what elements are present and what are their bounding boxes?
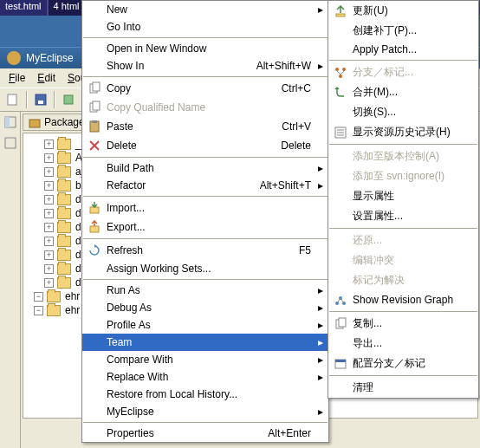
menu-item-[interactable]: 清理 bbox=[328, 378, 478, 398]
expand-icon[interactable]: + bbox=[44, 195, 54, 205]
expand-icon[interactable]: + bbox=[44, 223, 54, 232]
svg-rect-13 bbox=[92, 120, 97, 123]
svg-point-21 bbox=[339, 75, 342, 78]
menu-item-compare-with[interactable]: Compare With▸ bbox=[82, 351, 328, 368]
expand-icon[interactable]: − bbox=[34, 292, 43, 302]
menu-item-[interactable]: 设置属性... bbox=[328, 206, 478, 226]
sidebar-icon[interactable] bbox=[3, 115, 17, 129]
folder-icon bbox=[57, 180, 71, 192]
menu-item-label: 切换(S)... bbox=[349, 105, 461, 120]
menu-item-[interactable]: 显示属性 bbox=[328, 186, 478, 206]
menu-edit[interactable]: Edit bbox=[32, 70, 61, 86]
copy-icon bbox=[332, 317, 349, 331]
menu-item-export[interactable]: Export... bbox=[82, 218, 328, 237]
menu-item-label: Open in New Window bbox=[103, 42, 311, 55]
refresh-icon bbox=[86, 243, 103, 257]
folder-icon bbox=[57, 153, 71, 164]
menu-item-refactor[interactable]: RefactorAlt+Shift+T▸ bbox=[82, 177, 328, 194]
menu-item-build-path[interactable]: Build Path▸ bbox=[82, 159, 328, 177]
folder-icon bbox=[57, 250, 71, 261]
menu-item-[interactable]: 复制... bbox=[328, 314, 478, 334]
menu-item-apply-patch[interactable]: Apply Patch... bbox=[328, 41, 478, 58]
menu-shortcut: F5 bbox=[299, 244, 316, 256]
expand-icon[interactable]: + bbox=[44, 250, 54, 260]
menu-item-u[interactable]: 更新(U) bbox=[328, 1, 478, 21]
menu-separator bbox=[83, 76, 328, 77]
menu-item-refresh[interactable]: RefreshF5 bbox=[82, 241, 328, 260]
menu-item-p[interactable]: 创建补丁(P)... bbox=[328, 21, 478, 41]
menu-item-label: 设置属性... bbox=[349, 209, 461, 224]
menu-item-[interactable]: 配置分支／标记 bbox=[328, 354, 478, 373]
expand-icon[interactable]: + bbox=[44, 181, 54, 191]
submenu-arrow-icon: ▸ bbox=[316, 60, 325, 72]
menu-item-label: 添加至版本控制(A) bbox=[349, 149, 461, 164]
team-submenu: 更新(U)创建补丁(P)...Apply Patch...分支／标记...合并(… bbox=[328, 0, 479, 399]
menu-item-s[interactable]: 切换(S)... bbox=[328, 102, 478, 122]
menu-item-show-in[interactable]: Show InAlt+Shift+W▸ bbox=[82, 57, 328, 75]
menu-item-[interactable]: 导出... bbox=[328, 334, 478, 354]
package-explorer-tab[interactable]: Package bbox=[23, 114, 91, 131]
menu-item-label: 导出... bbox=[349, 336, 461, 351]
menu-item-label: Go Into bbox=[103, 21, 311, 33]
config-icon bbox=[332, 357, 349, 371]
new-button[interactable] bbox=[3, 90, 23, 109]
tab-test[interactable]: test.html bbox=[0, 0, 47, 16]
expand-icon[interactable]: + bbox=[44, 237, 54, 246]
menu-item-restore-from-local-history[interactable]: Restore from Local History... bbox=[82, 386, 328, 403]
folder-icon bbox=[47, 305, 61, 316]
menu-item-myeclipse[interactable]: MyEclipse▸ bbox=[82, 403, 328, 420]
tool-button[interactable] bbox=[59, 90, 78, 109]
menu-item-run-as[interactable]: Run As▸ bbox=[82, 282, 328, 299]
expand-icon[interactable]: + bbox=[44, 153, 54, 163]
menu-item-team[interactable]: Team▸ bbox=[82, 334, 328, 351]
svg-rect-9 bbox=[93, 82, 100, 91]
submenu-arrow-icon: ▸ bbox=[316, 336, 325, 348]
menu-item-copy[interactable]: CopyCtrl+C bbox=[82, 79, 328, 98]
expand-icon[interactable]: + bbox=[44, 278, 54, 288]
menu-item-label: Refactor bbox=[103, 179, 260, 192]
update-icon bbox=[332, 4, 349, 18]
expand-icon[interactable]: − bbox=[34, 306, 43, 315]
menu-separator bbox=[83, 37, 328, 38]
menu-item-m[interactable]: 合并(M)... bbox=[328, 82, 478, 102]
expand-icon[interactable]: + bbox=[44, 167, 54, 177]
left-sidebar bbox=[0, 112, 21, 448]
sidebar-icon[interactable] bbox=[3, 136, 17, 150]
tab-4html[interactable]: 4 html bbox=[49, 0, 85, 16]
expand-icon[interactable]: + bbox=[44, 140, 54, 149]
menu-item-properties[interactable]: PropertiesAlt+Enter bbox=[82, 425, 328, 442]
menu-item-label: 清理 bbox=[349, 380, 461, 395]
menu-item-replace-with[interactable]: Replace With▸ bbox=[82, 368, 328, 386]
expand-icon[interactable]: + bbox=[44, 209, 54, 218]
menu-item-paste[interactable]: PasteCtrl+V bbox=[82, 117, 328, 136]
menu-item-label: Debug As bbox=[103, 302, 311, 314]
menu-item-go-into[interactable]: Go Into bbox=[82, 18, 328, 36]
menu-item-: 还原... bbox=[328, 230, 478, 250]
menu-item-profile-as[interactable]: Profile As▸ bbox=[82, 316, 328, 334]
menu-separator bbox=[329, 375, 477, 376]
submenu-arrow-icon: ▸ bbox=[316, 319, 325, 331]
svg-point-19 bbox=[335, 68, 339, 71]
menu-item-import[interactable]: Import... bbox=[82, 198, 328, 218]
menu-separator bbox=[83, 238, 328, 239]
folder-icon bbox=[57, 139, 71, 150]
menu-item-delete[interactable]: DeleteDelete bbox=[82, 136, 328, 155]
copy-icon bbox=[86, 101, 103, 114]
submenu-arrow-icon: ▸ bbox=[316, 3, 325, 16]
menu-file[interactable]: File bbox=[3, 70, 30, 86]
menu-item-debug-as[interactable]: Debug As▸ bbox=[82, 299, 328, 316]
save-button[interactable] bbox=[31, 90, 50, 109]
menu-item-label: 显示属性 bbox=[349, 189, 461, 204]
expand-icon[interactable]: + bbox=[44, 264, 54, 274]
menu-shortcut: Ctrl+V bbox=[282, 120, 316, 133]
menu-item-label: Copy Qualified Name bbox=[103, 101, 311, 114]
menu-item-h[interactable]: 显示资源历史记录(H) bbox=[328, 122, 478, 142]
menu-item-show-revision-graph[interactable]: Show Revision Graph bbox=[328, 290, 478, 309]
submenu-arrow-icon: ▸ bbox=[316, 284, 325, 296]
menu-item-open-in-new-window[interactable]: Open in New Window bbox=[82, 40, 328, 57]
menu-item-assign-working-sets[interactable]: Assign Working Sets... bbox=[82, 260, 328, 277]
menu-item-new[interactable]: New▸ bbox=[82, 1, 328, 18]
svg-rect-17 bbox=[90, 226, 99, 232]
svg-rect-32 bbox=[335, 360, 346, 362]
folder-icon bbox=[57, 277, 71, 289]
